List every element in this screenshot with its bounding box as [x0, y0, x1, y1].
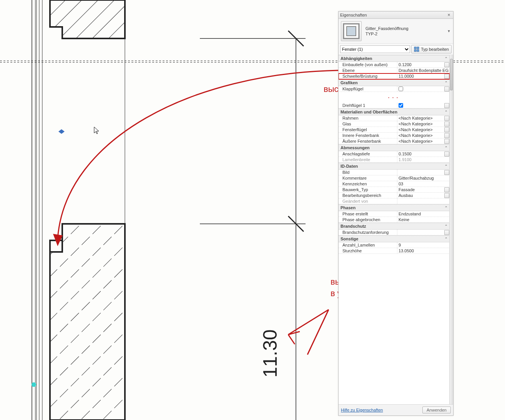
- chevron-up-icon[interactable]: ⌃: [445, 146, 448, 150]
- category-header[interactable]: Abmessungen⌃: [339, 144, 450, 151]
- property-row[interactable]: EbeneDraufsicht Bodenplatte EG: [339, 68, 450, 73]
- category-header[interactable]: Grafiken⌃: [339, 79, 450, 86]
- property-row[interactable]: Brandschutzanforderung: [339, 230, 450, 235]
- property-value[interactable]: <Nach Kategorie>: [397, 138, 450, 144]
- panel-titlebar[interactable]: Eigenschaften ×: [339, 12, 453, 19]
- property-value[interactable]: [397, 103, 450, 108]
- property-row[interactable]: KommentareGitter/Rauchabzug: [339, 175, 450, 181]
- property-row[interactable]: Einbautiefe (von außen)0.1200: [339, 62, 450, 68]
- property-checkbox[interactable]: [399, 103, 403, 108]
- chevron-up-icon[interactable]: ⌃: [445, 110, 448, 114]
- category-header[interactable]: Sonstige⌃: [339, 235, 450, 242]
- property-value[interactable]: 13.0500: [397, 248, 450, 253]
- value-picker-button[interactable]: [444, 74, 449, 79]
- property-value[interactable]: 03: [397, 181, 450, 187]
- type-labels: Gitter_Fassdenöffnung TYP-2: [362, 26, 447, 37]
- chevron-up-icon[interactable]: ⌃: [445, 237, 448, 241]
- category-label: Grafiken: [341, 80, 358, 85]
- value-picker-button[interactable]: [444, 187, 449, 192]
- value-picker-button[interactable]: [444, 152, 449, 157]
- property-value[interactable]: Draufsicht Bodenplatte EG: [397, 68, 450, 73]
- chevron-up-icon[interactable]: ⌃: [445, 81, 448, 85]
- property-value[interactable]: <Nach Kategorie>: [397, 121, 450, 127]
- property-value[interactable]: 0.1500: [397, 151, 450, 157]
- property-row[interactable]: Schwelle/Brüstung11.0000: [339, 73, 450, 79]
- property-key: Bauwerk_Typ: [339, 187, 397, 192]
- panel-title: Eigenschaften: [340, 13, 446, 17]
- chevron-up-icon[interactable]: ⌃: [445, 206, 448, 210]
- property-value[interactable]: Ausbau: [397, 193, 450, 198]
- property-key: Phase erstellt: [339, 211, 397, 217]
- property-value[interactable]: <Nach Kategorie>: [397, 115, 450, 121]
- category-header[interactable]: Abhängigkeiten⌃: [339, 55, 450, 62]
- chevron-up-icon[interactable]: ⌃: [445, 224, 448, 228]
- property-row[interactable]: Lamellenbreite1.9100: [339, 157, 450, 163]
- property-value[interactable]: Endzustand: [397, 211, 450, 217]
- property-value[interactable]: <Nach Kategorie>: [397, 133, 450, 138]
- property-value[interactable]: 11.0000: [397, 73, 450, 79]
- apply-button[interactable]: Anwenden: [422, 407, 451, 413]
- value-picker-button[interactable]: [444, 62, 449, 67]
- property-key: Rahmen: [339, 115, 397, 121]
- property-value[interactable]: Keine: [397, 217, 450, 222]
- property-value[interactable]: <Nach Kategorie>: [397, 127, 450, 132]
- value-picker-button[interactable]: [444, 133, 449, 138]
- property-value[interactable]: [397, 86, 450, 92]
- svg-rect-28: [417, 50, 419, 52]
- property-value[interactable]: 0.1200: [397, 62, 450, 67]
- property-row[interactable]: Bild: [339, 170, 450, 175]
- properties-grid[interactable]: Abhängigkeiten⌃Einbautiefe (von außen)0.…: [339, 55, 453, 404]
- property-value[interactable]: [397, 170, 450, 175]
- property-key: Kommentare: [339, 175, 397, 181]
- property-row[interactable]: Geändert von: [339, 198, 450, 204]
- edit-type-button[interactable]: Typ bearbeiten: [411, 45, 452, 53]
- value-picker-button[interactable]: [444, 103, 449, 108]
- property-row[interactable]: Innere Fensterbank<Nach Kategorie>: [339, 133, 450, 138]
- property-row[interactable]: Kennzeichen03: [339, 181, 450, 187]
- type-selector[interactable]: Gitter_Fassdenöffnung TYP-2 ▼: [339, 19, 453, 44]
- category-header[interactable]: Brandschutz⌃: [339, 223, 450, 230]
- property-row[interactable]: BearbeitungsbereichAusbau: [339, 193, 450, 198]
- property-row[interactable]: Sturzhöhe13.0500: [339, 248, 450, 254]
- property-row[interactable]: Phase erstelltEndzustand: [339, 211, 450, 217]
- value-picker-button[interactable]: [444, 170, 449, 175]
- category-header[interactable]: Phasen⌃: [339, 204, 450, 211]
- property-row[interactable]: Rahmen<Nach Kategorie>: [339, 115, 450, 121]
- element-filter-select[interactable]: Fenster (1): [340, 45, 410, 53]
- chevron-down-icon[interactable]: ▼: [447, 22, 451, 41]
- value-picker-button[interactable]: [444, 127, 449, 132]
- property-row[interactable]: Anzahl_Lamellen9: [339, 242, 450, 248]
- property-value[interactable]: [397, 230, 450, 235]
- chevron-up-icon[interactable]: ⌃: [445, 57, 448, 60]
- category-label: Abhängigkeiten: [341, 56, 372, 61]
- value-picker-button[interactable]: [444, 87, 449, 92]
- chevron-up-icon[interactable]: ⌃: [445, 164, 448, 168]
- property-row[interactable]: Anschlagstiefe0.1500: [339, 151, 450, 157]
- property-value[interactable]: [397, 198, 450, 204]
- category-header[interactable]: Materialien und Oberflächen⌃: [339, 108, 450, 115]
- property-row[interactable]: Glas<Nach Kategorie>: [339, 121, 450, 127]
- property-value[interactable]: Fassade: [397, 187, 450, 192]
- property-row[interactable]: Klappflügel: [339, 86, 450, 92]
- property-value[interactable]: 9: [397, 242, 450, 248]
- property-value[interactable]: 1.9100: [397, 157, 450, 162]
- value-picker-button[interactable]: [444, 139, 449, 144]
- property-row[interactable]: Drehflügel 1: [339, 103, 450, 108]
- value-picker-button[interactable]: [444, 122, 449, 127]
- close-icon[interactable]: ×: [446, 12, 452, 18]
- property-row[interactable]: Fensterflügel<Nach Kategorie>: [339, 127, 450, 133]
- property-row[interactable]: Phase abgebrochenKeine: [339, 217, 450, 223]
- property-row[interactable]: Äußere Fensterbank<Nach Kategorie>: [339, 138, 450, 144]
- value-picker-button[interactable]: [444, 193, 449, 198]
- help-link[interactable]: Hilfe zu Eigenschaften: [341, 408, 383, 412]
- category-header[interactable]: ID-Daten⌃: [339, 163, 450, 170]
- grid-scrollbar[interactable]: [449, 55, 453, 404]
- type-family-label: Gitter_Fassdenöffnung: [365, 26, 447, 31]
- value-picker-button[interactable]: [444, 230, 449, 235]
- property-checkbox[interactable]: [399, 87, 403, 91]
- property-row[interactable]: Bauwerk_TypFassade: [339, 187, 450, 193]
- property-key: Anschlagstiefe: [339, 151, 397, 157]
- value-picker-button[interactable]: [444, 116, 449, 121]
- property-value[interactable]: Gitter/Rauchabzug: [397, 175, 450, 181]
- scrollbar-thumb[interactable]: [450, 59, 453, 90]
